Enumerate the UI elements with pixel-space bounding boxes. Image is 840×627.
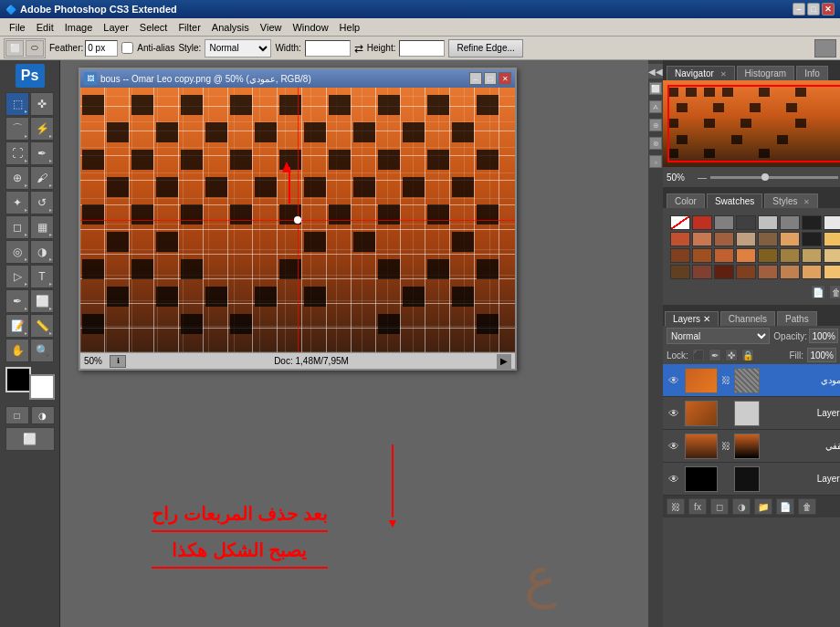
tab-swatches[interactable]: Swatches <box>707 193 762 208</box>
layer-visibility-eye-3[interactable]: 👁 <box>667 439 681 454</box>
swatch-r2c8[interactable] <box>824 232 840 246</box>
swatch-r3c4[interactable] <box>736 248 756 263</box>
hand-tool[interactable]: ✋ <box>5 339 29 362</box>
swatch-gray2[interactable] <box>780 215 800 230</box>
swatch-r4c6[interactable] <box>780 265 800 279</box>
minimize-button[interactable]: – <box>793 3 805 16</box>
menu-file[interactable]: File <box>4 20 31 35</box>
maximize-button[interactable]: □ <box>807 3 820 16</box>
swatch-r3c7[interactable] <box>802 248 822 263</box>
swatch-r2c7[interactable] <box>802 232 822 246</box>
menu-window[interactable]: Window <box>287 20 333 35</box>
swatch-r3c8[interactable] <box>824 248 840 263</box>
zoom-tool[interactable]: 🔍 <box>30 339 54 362</box>
measure-tool[interactable]: 📏▸ <box>30 314 54 338</box>
swap-icon[interactable]: ⇄ <box>354 42 363 55</box>
layer-visibility-eye-2[interactable]: 👁 <box>667 406 681 421</box>
swatch-r2c1[interactable] <box>670 232 690 246</box>
width-input[interactable] <box>305 40 351 57</box>
tab-layers[interactable]: Layers ✕ <box>665 311 719 326</box>
layer-item-omodi[interactable]: 👁 ⛓ عمودي <box>663 364 840 397</box>
layer-mask-btn[interactable]: ◻ <box>710 498 729 515</box>
swatch-r3c2[interactable] <box>692 248 712 263</box>
swatch-darkgray[interactable] <box>736 215 756 230</box>
layer-link-btn[interactable]: ⛓ <box>667 498 685 515</box>
layer-adj-btn[interactable]: ◑ <box>732 498 751 515</box>
menu-layer[interactable]: Layer <box>98 20 134 35</box>
type-tool[interactable]: T▸ <box>30 265 54 288</box>
shape-tool[interactable]: ⬜▸ <box>30 289 54 313</box>
swatch-r2c6[interactable] <box>780 232 800 246</box>
doc-info-icon[interactable]: ℹ <box>110 355 126 368</box>
standard-mode-btn[interactable]: □ <box>5 406 29 424</box>
refine-edge-button[interactable]: Refine Edge... <box>448 39 522 57</box>
brush-tool[interactable]: 🖌▸ <box>30 166 54 190</box>
swatch-r4c3[interactable] <box>714 265 734 279</box>
menu-select[interactable]: Select <box>134 20 173 35</box>
menu-view[interactable]: View <box>255 20 288 35</box>
feather-input[interactable] <box>85 40 118 57</box>
tab-navigator[interactable]: Navigator ✕ <box>667 66 735 80</box>
menu-edit[interactable]: Edit <box>31 20 59 35</box>
layer-item-qafi[interactable]: 👁 ⛓ القفي <box>663 430 840 463</box>
doc-close-btn[interactable]: ✕ <box>499 72 511 85</box>
doc-minimize-btn[interactable]: – <box>469 72 482 85</box>
doc-scroll-arrow[interactable]: ▶ <box>497 354 511 369</box>
pen-tool[interactable]: ✒▸ <box>5 289 29 313</box>
swatch-r3c1[interactable] <box>670 248 690 263</box>
style-select[interactable]: Normal Fixed Ratio Fixed Size <box>205 39 271 57</box>
doc-maximize-btn[interactable]: □ <box>484 72 497 85</box>
tab-info[interactable]: Info <box>796 66 828 80</box>
blur-tool[interactable]: ◎▸ <box>5 240 29 264</box>
opacity-input[interactable] <box>809 329 838 343</box>
layer-delete-btn[interactable]: 🗑 <box>798 498 816 515</box>
menu-help[interactable]: Help <box>334 20 366 35</box>
swatch-r4c2[interactable] <box>692 265 712 279</box>
ellip-marquee-btn[interactable]: ⬭ <box>26 40 44 57</box>
fill-input[interactable] <box>807 348 836 362</box>
strip-collapse-btn[interactable]: ◀◀ <box>648 64 663 78</box>
zoom-minus-icon[interactable]: — <box>698 172 707 183</box>
layer-visibility-eye-4[interactable]: 👁 <box>667 472 681 486</box>
swatch-nearblack[interactable] <box>802 215 822 230</box>
layer-fx-btn[interactable]: fx <box>688 498 707 515</box>
strip-tool-1[interactable]: ⬜ <box>649 82 662 95</box>
swatch-r4c5[interactable] <box>758 265 778 279</box>
swatch-r3c6[interactable] <box>780 248 800 263</box>
swatch-r3c3[interactable] <box>714 248 734 263</box>
magic-wand-tool[interactable]: ⚡▸ <box>30 117 54 141</box>
lock-all-btn[interactable]: 🔒 <box>741 349 754 361</box>
strip-tool-3[interactable]: ⊕ <box>649 119 662 131</box>
swatch-new-btn[interactable]: 📄 <box>811 285 825 299</box>
lock-image-btn[interactable]: ✒ <box>709 349 721 361</box>
tab-channels[interactable]: Channels <box>720 311 775 326</box>
tab-histogram[interactable]: Histogram <box>737 66 795 80</box>
swatch-r3c5[interactable] <box>758 248 778 263</box>
tab-paths[interactable]: Paths <box>777 311 817 326</box>
zoom-handle[interactable] <box>761 173 769 181</box>
swatch-r4c4[interactable] <box>736 265 756 279</box>
swatch-r4c7[interactable] <box>802 265 822 279</box>
menu-filter[interactable]: Filter <box>173 20 205 35</box>
layer-visibility-eye-1[interactable]: 👁 <box>667 373 681 388</box>
menu-image[interactable]: Image <box>59 20 99 35</box>
eyedropper-tool[interactable]: ✒▸ <box>30 141 54 165</box>
tab-color[interactable]: Color <box>667 193 705 208</box>
swatch-red[interactable] <box>692 215 712 230</box>
swatch-silver[interactable] <box>758 215 778 230</box>
marquee-tool[interactable]: ⬚▸ <box>5 92 29 116</box>
close-button[interactable]: ✕ <box>822 3 835 16</box>
screen-mode-btn[interactable]: ⬜ <box>5 427 55 451</box>
swatch-r4c1[interactable] <box>670 265 690 279</box>
foreground-color[interactable] <box>5 367 31 392</box>
strip-tool-2[interactable]: A <box>649 100 662 113</box>
dodge-tool[interactable]: ◑▸ <box>30 240 54 264</box>
gradient-tool[interactable]: ▦▸ <box>30 215 54 239</box>
healing-brush-tool[interactable]: ⊕▸ <box>5 166 29 190</box>
document-canvas[interactable] <box>80 88 515 352</box>
antialias-checkbox[interactable] <box>121 42 133 54</box>
move-tool[interactable]: ✜ <box>30 92 54 116</box>
layer-item-1[interactable]: 👁 Layer 1 <box>663 397 840 430</box>
quickmask-mode-btn[interactable]: ◑ <box>31 406 55 424</box>
swatch-r2c2[interactable] <box>692 232 712 246</box>
